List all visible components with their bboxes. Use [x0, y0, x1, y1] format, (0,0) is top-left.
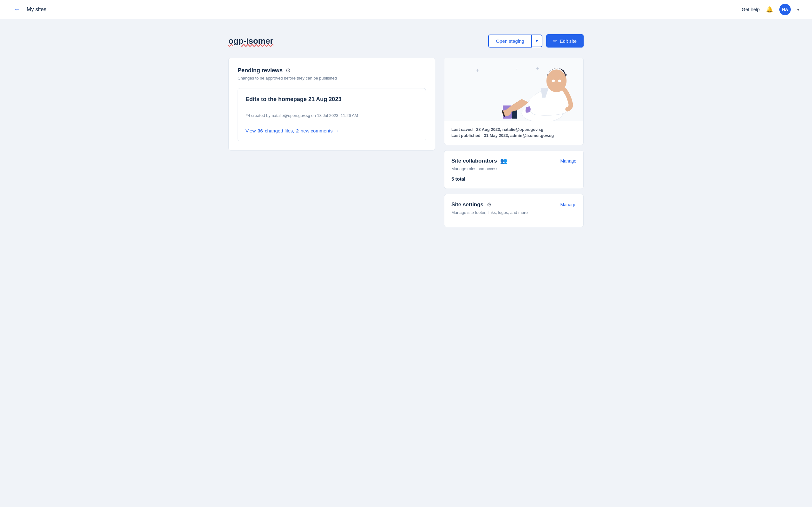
collaborators-count-suffix: total — [454, 176, 465, 181]
main-content: ogp-isomer Open staging ▾ ✏ Edit site Pe… — [216, 19, 596, 242]
last-published-label: Last published — [451, 133, 480, 138]
last-saved-label: Last saved — [451, 127, 473, 132]
get-help-link[interactable]: Get help — [742, 7, 760, 12]
site-collaborators-title-row: Site collaborators 👥 — [451, 158, 507, 164]
header: ← My sites Get help 🔔 NA ▾ — [0, 0, 812, 19]
illustration-svg: + • + — [444, 58, 583, 121]
pending-reviews-title: Pending reviews — [238, 67, 283, 74]
settings-icon: ⚙ — [487, 201, 492, 208]
view-changes-link[interactable]: View 36 changed files, 2 new comments → — [246, 128, 418, 133]
review-item: Edits to the homepage 21 Aug 2023 #4 cre… — [238, 88, 426, 141]
pending-reviews-header: Pending reviews ⊙ — [238, 67, 426, 74]
settings-manage-link[interactable]: Manage — [560, 202, 576, 207]
view-prefix: View — [246, 128, 256, 133]
comments-suffix: new comments — [301, 128, 333, 133]
site-collaborators-card: Site collaborators 👥 Manage Manage roles… — [444, 150, 583, 189]
svg-point-10 — [558, 79, 561, 82]
right-column: + • + — [444, 58, 583, 227]
last-saved-info: Last saved 28 Aug 2023, natalie@open.gov… — [444, 121, 583, 145]
last-published-row: Last published 31 May 2023, admin@isomer… — [451, 133, 576, 138]
changed-suffix: changed files, — [265, 128, 294, 133]
collaborators-subtitle: Manage roles and access — [451, 166, 576, 171]
site-collaborators-header: Site collaborators 👥 Manage — [451, 158, 576, 164]
open-staging-button[interactable]: Open staging — [488, 35, 531, 48]
svg-text:+: + — [536, 66, 539, 72]
pending-reviews-subtitle: Changes to be approved before they can b… — [238, 76, 426, 80]
edit-icon: ✏ — [553, 38, 557, 44]
header-title: My sites — [27, 6, 46, 13]
comments-count: 2 — [296, 128, 299, 133]
action-buttons: Open staging ▾ ✏ Edit site — [488, 34, 583, 48]
edit-site-button[interactable]: ✏ Edit site — [546, 34, 583, 48]
site-header: ogp-isomer Open staging ▾ ✏ Edit site — [229, 34, 583, 48]
collaborators-count: 5 total — [451, 176, 576, 181]
user-menu-chevron-icon[interactable]: ▾ — [797, 7, 799, 12]
dropdown-chevron-icon: ▾ — [536, 38, 538, 43]
header-right: Get help 🔔 NA ▾ — [742, 4, 799, 15]
header-left: ← My sites — [13, 4, 46, 14]
site-name: ogp-isomer — [229, 36, 273, 46]
edit-site-label: Edit site — [560, 38, 577, 44]
site-settings-card: Site settings ⚙ Manage Manage site foote… — [444, 194, 583, 227]
svg-text:+: + — [476, 67, 479, 73]
svg-point-9 — [552, 79, 555, 82]
svg-text:•: • — [516, 67, 518, 71]
changed-count: 36 — [258, 128, 263, 133]
content-grid: Pending reviews ⊙ Changes to be approved… — [229, 58, 583, 227]
avatar[interactable]: NA — [779, 4, 791, 15]
site-settings-title: Site settings — [451, 202, 484, 208]
illustration-card: + • + — [444, 58, 583, 145]
last-saved-row: Last saved 28 Aug 2023, natalie@open.gov… — [451, 127, 576, 132]
last-saved-value: 28 Aug 2023, natalie@open.gov.sg — [476, 127, 543, 132]
check-circle-icon: ⊙ — [286, 67, 291, 74]
back-arrow-icon: ← — [14, 6, 20, 13]
collaborators-icon: 👥 — [500, 158, 507, 164]
last-published-value: 31 May 2023, admin@isomer.gov.sg — [484, 133, 554, 138]
arrow-icon: → — [335, 128, 339, 133]
open-staging-dropdown-button[interactable]: ▾ — [531, 35, 542, 47]
pending-reviews-card: Pending reviews ⊙ Changes to be approved… — [229, 58, 435, 151]
illustration-area: + • + — [444, 58, 583, 121]
bell-icon[interactable]: 🔔 — [766, 6, 773, 13]
collaborators-manage-link[interactable]: Manage — [560, 158, 576, 164]
site-collaborators-title: Site collaborators — [451, 158, 497, 164]
site-settings-header: Site settings ⚙ Manage — [451, 201, 576, 208]
back-button[interactable]: ← — [13, 4, 21, 14]
review-item-meta: #4 created by natalie@open.gov.sg on 18 … — [246, 113, 418, 118]
settings-subtitle: Manage site footer, links, logos, and mo… — [451, 210, 576, 215]
review-item-title: Edits to the homepage 21 Aug 2023 — [246, 96, 418, 108]
site-settings-title-row: Site settings ⚙ — [451, 201, 492, 208]
